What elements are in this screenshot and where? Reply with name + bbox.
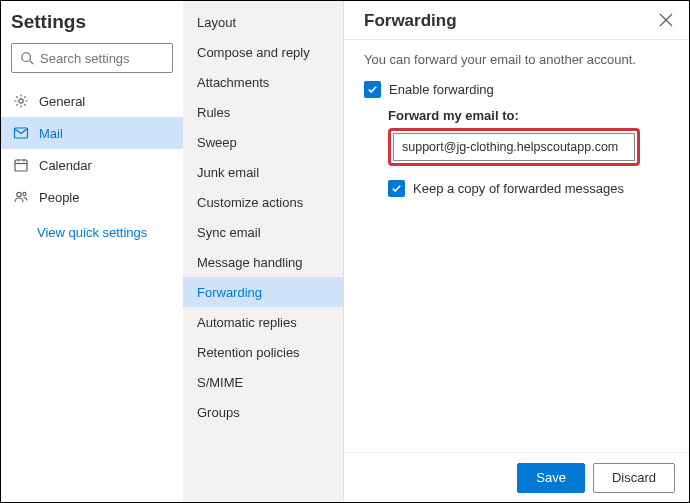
keep-copy-row[interactable]: Keep a copy of forwarded messages bbox=[388, 180, 669, 197]
svg-point-8 bbox=[17, 192, 21, 196]
nav-item-general[interactable]: General bbox=[1, 85, 183, 117]
subnav-item-attachments[interactable]: Attachments bbox=[183, 67, 343, 97]
subnav-item-sweep[interactable]: Sweep bbox=[183, 127, 343, 157]
svg-point-9 bbox=[23, 192, 26, 195]
subnav-item-s-mime[interactable]: S/MIME bbox=[183, 367, 343, 397]
subnav-item-retention-policies[interactable]: Retention policies bbox=[183, 337, 343, 367]
nav-label: Mail bbox=[39, 126, 63, 141]
nav-label: Calendar bbox=[39, 158, 92, 173]
panel-title: Forwarding bbox=[364, 11, 457, 31]
settings-left-column: Settings General Mail bbox=[1, 1, 183, 502]
save-button[interactable]: Save bbox=[517, 463, 585, 493]
svg-rect-4 bbox=[15, 160, 27, 171]
discard-button[interactable]: Discard bbox=[593, 463, 675, 493]
forward-to-label: Forward my email to: bbox=[388, 108, 669, 123]
enable-forwarding-row[interactable]: Enable forwarding bbox=[364, 81, 669, 98]
subnav-item-sync-email[interactable]: Sync email bbox=[183, 217, 343, 247]
nav-item-calendar[interactable]: Calendar bbox=[1, 149, 183, 181]
subnav-item-layout[interactable]: Layout bbox=[183, 7, 343, 37]
settings-subnav: LayoutCompose and replyAttachmentsRulesS… bbox=[183, 1, 343, 502]
nav-label: People bbox=[39, 190, 79, 205]
enable-forwarding-label: Enable forwarding bbox=[389, 82, 494, 97]
checkbox-checked-icon[interactable] bbox=[388, 180, 405, 197]
subnav-item-rules[interactable]: Rules bbox=[183, 97, 343, 127]
subnav-item-compose-and-reply[interactable]: Compose and reply bbox=[183, 37, 343, 67]
subnav-item-message-handling[interactable]: Message handling bbox=[183, 247, 343, 277]
settings-nav: General Mail Calendar People bbox=[1, 85, 183, 213]
subnav-item-junk-email[interactable]: Junk email bbox=[183, 157, 343, 187]
people-icon bbox=[13, 189, 29, 205]
forward-email-highlight bbox=[388, 128, 640, 166]
subnav-item-groups[interactable]: Groups bbox=[183, 397, 343, 427]
search-icon bbox=[20, 51, 34, 65]
nav-item-people[interactable]: People bbox=[1, 181, 183, 213]
search-input[interactable] bbox=[40, 51, 164, 66]
settings-title: Settings bbox=[1, 7, 183, 43]
subnav-item-forwarding[interactable]: Forwarding bbox=[183, 277, 343, 307]
mail-icon bbox=[13, 125, 29, 141]
panel-description: You can forward your email to another ac… bbox=[364, 52, 669, 67]
search-input-container[interactable] bbox=[11, 43, 173, 73]
svg-point-2 bbox=[19, 99, 23, 103]
gear-icon bbox=[13, 93, 29, 109]
close-icon[interactable] bbox=[659, 13, 675, 29]
checkbox-checked-icon[interactable] bbox=[364, 81, 381, 98]
svg-line-1 bbox=[30, 61, 34, 65]
nav-item-mail[interactable]: Mail bbox=[1, 117, 183, 149]
subnav-item-customize-actions[interactable]: Customize actions bbox=[183, 187, 343, 217]
view-quick-settings-link[interactable]: View quick settings bbox=[1, 213, 183, 240]
svg-point-0 bbox=[22, 53, 31, 62]
forward-email-input[interactable] bbox=[393, 133, 635, 161]
settings-panel: Forwarding You can forward your email to… bbox=[343, 1, 689, 502]
nav-label: General bbox=[39, 94, 85, 109]
calendar-icon bbox=[13, 157, 29, 173]
subnav-item-automatic-replies[interactable]: Automatic replies bbox=[183, 307, 343, 337]
keep-copy-label: Keep a copy of forwarded messages bbox=[413, 181, 624, 196]
